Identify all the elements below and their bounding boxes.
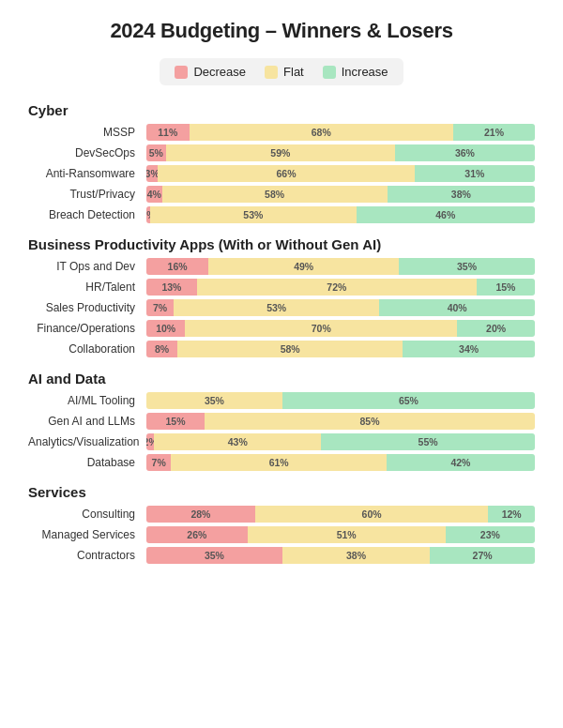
- seg-decrease-3-2: 35%: [146, 547, 282, 564]
- seg-flat-0-2: 66%: [158, 165, 414, 182]
- bar-container-1-1: 13%72%15%: [146, 279, 535, 296]
- bar-container-0-1: 5%59%36%: [146, 144, 535, 161]
- seg-increase-3-2: 27%: [430, 547, 535, 564]
- bar-row-1-2: Sales Productivity7%53%40%: [28, 299, 535, 316]
- legend-label-flat: Flat: [283, 65, 304, 79]
- seg-decrease-1-1: 13%: [146, 279, 197, 296]
- seg-increase-2-2: 55%: [321, 433, 535, 450]
- bar-container-1-4: 8%58%34%: [146, 341, 535, 357]
- bar-container-1-2: 7%53%40%: [146, 299, 535, 316]
- legend-item-increase: Increase: [323, 65, 388, 79]
- seg-decrease-3-1: 26%: [146, 526, 248, 543]
- bar-container-2-2: 2%43%55%: [146, 433, 535, 450]
- bar-label-0-3: Trust/Privacy: [28, 188, 141, 201]
- seg-flat-2-2: 43%: [154, 433, 321, 450]
- bar-row-2-1: Gen AI and LLMs15%85%: [28, 413, 535, 430]
- bar-label-0-4: Breach Detection: [28, 208, 141, 221]
- bar-container-0-4: 1%53%46%: [146, 206, 535, 223]
- bar-row-0-1: DevSecOps5%59%36%: [28, 144, 535, 161]
- seg-flat-1-0: 49%: [208, 258, 399, 275]
- bar-label-3-0: Consulting: [28, 508, 141, 521]
- section-3: ServicesConsulting28%60%12%Managed Servi…: [28, 484, 535, 564]
- seg-decrease-1-3: 10%: [146, 320, 185, 337]
- page-title: 2024 Budgeting – Winners & Losers: [28, 19, 535, 43]
- bar-row-2-0: AI/ML Tooling35%65%: [28, 392, 535, 409]
- seg-increase-1-0: 35%: [399, 258, 535, 275]
- bar-container-3-2: 35%38%27%: [146, 547, 535, 564]
- seg-decrease-1-4: 8%: [146, 341, 177, 357]
- section-title-0: Cyber: [28, 102, 535, 118]
- bar-container-2-3: 7%61%42%: [146, 454, 535, 471]
- section-2: AI and DataAI/ML Tooling35%65%Gen AI and…: [28, 371, 535, 471]
- seg-flat-1-1: 72%: [197, 279, 477, 296]
- bar-label-2-0: AI/ML Tooling: [28, 394, 141, 407]
- seg-decrease-1-0: 16%: [146, 258, 208, 275]
- section-0: CyberMSSP11%68%21%DevSecOps5%59%36%Anti-…: [28, 102, 535, 223]
- bar-container-3-1: 26%51%23%: [146, 526, 535, 543]
- seg-flat-2-0: 35%: [146, 392, 282, 409]
- seg-decrease-2-1: 15%: [146, 413, 205, 430]
- seg-increase-2-3: 42%: [387, 454, 535, 471]
- bar-row-0-3: Trust/Privacy4%58%38%: [28, 186, 535, 203]
- legend-label-decrease: Decrease: [193, 65, 246, 79]
- legend-item-decrease: Decrease: [175, 65, 246, 79]
- bar-label-1-2: Sales Productivity: [28, 301, 141, 314]
- seg-flat-0-1: 59%: [166, 144, 395, 161]
- seg-flat-3-1: 51%: [248, 526, 446, 543]
- seg-increase-1-2: 40%: [379, 299, 535, 316]
- bar-label-2-1: Gen AI and LLMs: [28, 415, 141, 428]
- section-1: Business Productivity Apps (With or With…: [28, 236, 535, 357]
- legend-dot-decrease: [175, 66, 188, 79]
- bar-container-2-0: 35%65%: [146, 392, 535, 409]
- seg-increase-3-1: 23%: [446, 526, 535, 543]
- seg-increase-0-1: 36%: [395, 144, 535, 161]
- seg-increase-3-0: 12%: [488, 506, 535, 523]
- bar-label-2-3: Database: [28, 456, 141, 469]
- bar-row-2-3: Database7%61%42%: [28, 454, 535, 471]
- bar-container-3-0: 28%60%12%: [146, 506, 535, 523]
- seg-decrease-3-0: 28%: [146, 506, 255, 523]
- bar-container-0-0: 11%68%21%: [146, 124, 535, 141]
- chart-area: CyberMSSP11%68%21%DevSecOps5%59%36%Anti-…: [28, 102, 535, 564]
- bar-row-0-4: Breach Detection1%53%46%: [28, 206, 535, 223]
- seg-increase-0-4: 46%: [357, 206, 535, 223]
- bar-label-1-3: Finance/Operations: [28, 322, 141, 335]
- bar-label-0-2: Anti-Ransomware: [28, 167, 141, 180]
- bar-label-3-1: Managed Services: [28, 528, 141, 541]
- legend-item-flat: Flat: [265, 65, 304, 79]
- bar-label-1-1: HR/Talent: [28, 281, 141, 294]
- seg-flat-0-3: 58%: [162, 186, 388, 203]
- section-title-1: Business Productivity Apps (With or With…: [28, 236, 535, 252]
- seg-decrease-0-2: 3%: [146, 165, 158, 182]
- seg-flat-0-4: 53%: [150, 206, 356, 223]
- legend-dot-increase: [323, 66, 336, 79]
- section-title-2: AI and Data: [28, 371, 535, 387]
- bar-label-1-0: IT Ops and Dev: [28, 260, 141, 273]
- seg-increase-0-2: 31%: [415, 165, 535, 182]
- seg-flat-2-1: 85%: [205, 413, 535, 430]
- bar-label-1-4: Collaboration: [28, 342, 141, 356]
- seg-flat-2-3: 61%: [171, 454, 387, 471]
- legend: Decrease Flat Increase: [160, 58, 403, 85]
- bar-container-1-0: 16%49%35%: [146, 258, 535, 275]
- seg-flat-1-3: 70%: [185, 320, 457, 337]
- seg-increase-2-0: 65%: [282, 392, 535, 409]
- seg-decrease-0-1: 5%: [146, 144, 166, 161]
- bar-row-0-0: MSSP11%68%21%: [28, 124, 535, 141]
- bar-container-0-3: 4%58%38%: [146, 186, 535, 203]
- seg-increase-1-4: 34%: [403, 341, 535, 357]
- seg-increase-1-1: 15%: [477, 279, 535, 296]
- bar-row-1-4: Collaboration8%58%34%: [28, 341, 535, 357]
- bar-row-3-1: Managed Services26%51%23%: [28, 526, 535, 543]
- bar-label-0-1: DevSecOps: [28, 146, 141, 159]
- seg-flat-1-2: 53%: [174, 299, 379, 316]
- bar-label-3-2: Contractors: [28, 549, 141, 562]
- bar-label-2-2: Analytics/Visualization: [28, 435, 141, 448]
- bar-row-1-1: HR/Talent13%72%15%: [28, 279, 535, 296]
- seg-decrease-2-2: 2%: [146, 433, 154, 450]
- seg-increase-0-0: 21%: [453, 124, 535, 141]
- bar-row-3-2: Contractors35%38%27%: [28, 547, 535, 564]
- seg-decrease-0-3: 4%: [146, 186, 162, 203]
- bar-label-0-0: MSSP: [28, 126, 141, 139]
- bar-container-1-3: 10%70%20%: [146, 320, 535, 337]
